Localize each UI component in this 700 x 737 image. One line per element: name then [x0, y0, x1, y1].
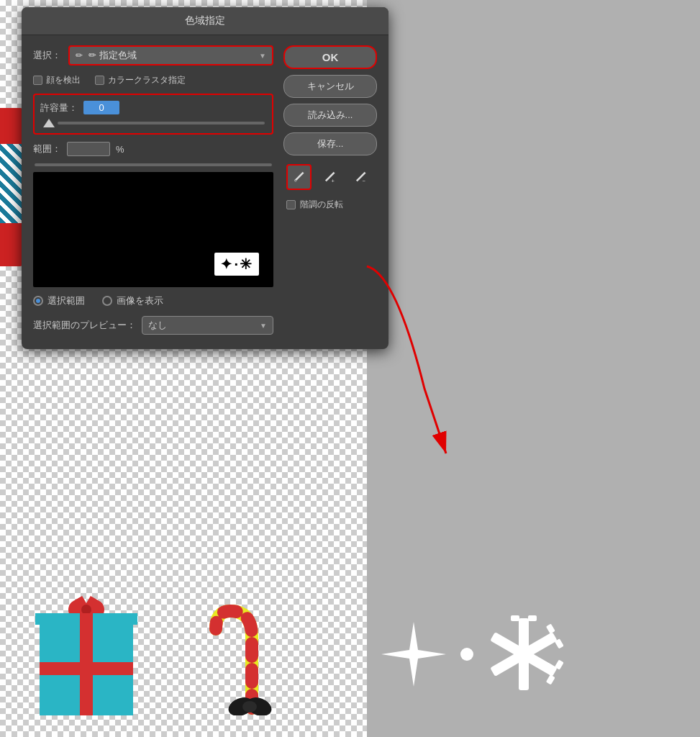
select-dropdown-value: ✏ ✏ 指定色域 — [76, 49, 137, 62]
face-detect-cb-box — [33, 76, 42, 85]
chevron-down-icon: ▼ — [259, 52, 266, 60]
radio-selection[interactable]: 選択範囲 — [33, 294, 85, 307]
eyedropper-button[interactable] — [286, 164, 312, 190]
dialog-right-panel: OK キャンセル 読み込み... 保存... + — [283, 45, 377, 335]
svg-point-13 — [294, 180, 296, 182]
dialog-title-text: 色域指定 — [185, 14, 225, 26]
tolerance-input[interactable]: 0 — [83, 101, 119, 114]
select-row: 選択： ✏ ✏ 指定色域 ▼ — [33, 45, 273, 65]
range-unit: % — [116, 144, 124, 155]
dialog-left-panel: 選択： ✏ ✏ 指定色域 ▼ 顔を検出 カラークラスタ指定 — [33, 45, 273, 335]
preview-select-dropdown[interactable]: なし ▼ — [142, 316, 273, 335]
range-slider-row — [33, 163, 273, 166]
radio-row: 選択範囲 画像を表示 — [33, 294, 273, 307]
color-cluster-label: カラークラスタ指定 — [108, 74, 186, 86]
face-detect-checkbox[interactable]: 顔を検出 — [33, 74, 81, 86]
eyedropper-toolbar: + − — [283, 164, 377, 190]
eyedropper-plus-button[interactable]: + — [317, 164, 342, 190]
invert-row: 階調の反転 — [283, 199, 377, 211]
preview-select-row: 選択範囲のプレビュー： なし ▼ — [33, 316, 273, 335]
svg-rect-9 — [546, 623, 555, 633]
slider-track — [58, 122, 265, 125]
save-button[interactable]: 保存... — [283, 132, 377, 155]
tolerance-row: 許容量： 0 — [40, 101, 266, 114]
tolerance-slider[interactable] — [40, 119, 266, 127]
select-dropdown[interactable]: ✏ ✏ 指定色域 ▼ — [68, 45, 273, 65]
color-cluster-checkbox[interactable]: カラークラスタ指定 — [95, 74, 186, 86]
radio-selection-btn[interactable] — [33, 296, 43, 306]
preview-select-value: なし — [148, 319, 167, 332]
preview-chevron-icon: ▼ — [260, 322, 267, 330]
radio-image-label: 画像を表示 — [117, 294, 163, 307]
load-button[interactable]: 読み込み... — [283, 104, 377, 127]
radio-selection-label: 選択範囲 — [47, 294, 85, 307]
range-track[interactable] — [35, 163, 272, 166]
svg-rect-7 — [511, 615, 519, 621]
range-label: 範囲： — [33, 143, 61, 155]
svg-text:+: + — [332, 178, 335, 184]
cancel-button[interactable]: キャンセル — [283, 75, 377, 98]
tolerance-label: 許容量： — [40, 101, 78, 114]
svg-marker-3 — [381, 622, 446, 687]
range-row: 範囲： % — [33, 142, 273, 156]
face-detect-label: 顔を検出 — [46, 74, 81, 86]
radio-image[interactable]: 画像を表示 — [102, 294, 163, 307]
preview-select-label: 選択範囲のプレビュー： — [33, 319, 136, 332]
tolerance-section: 許容量： 0 — [33, 94, 273, 135]
svg-point-2 — [242, 701, 257, 713]
dialog-title: 色域指定 — [22, 7, 388, 35]
preview-symbol: ✦·✳ — [214, 253, 259, 276]
eyedropper-minus-button[interactable]: − — [349, 164, 374, 190]
radio-image-btn[interactable] — [102, 296, 112, 306]
range-input[interactable] — [67, 142, 110, 156]
color-cluster-cb-box — [95, 76, 104, 85]
color-range-dialog: 色域指定 選択： ✏ ✏ 指定色域 ▼ 顔を検出 — [22, 7, 388, 349]
slider-handle[interactable] — [43, 119, 55, 127]
svg-rect-12 — [546, 674, 555, 684]
select-dropdown-label: ✏ 指定色域 — [88, 49, 137, 62]
invert-label: 階調の反転 — [300, 199, 343, 211]
invert-checkbox[interactable] — [286, 200, 296, 209]
checkbox-row: 顔を検出 カラークラスタ指定 — [33, 74, 273, 86]
ok-button[interactable]: OK — [283, 45, 377, 69]
svg-rect-8 — [528, 615, 537, 621]
eyedropper-small-icon: ✏ — [76, 50, 83, 60]
select-label: 選択： — [33, 49, 61, 62]
svg-text:−: − — [363, 178, 366, 184]
preview-box: ✦·✳ — [33, 172, 273, 287]
